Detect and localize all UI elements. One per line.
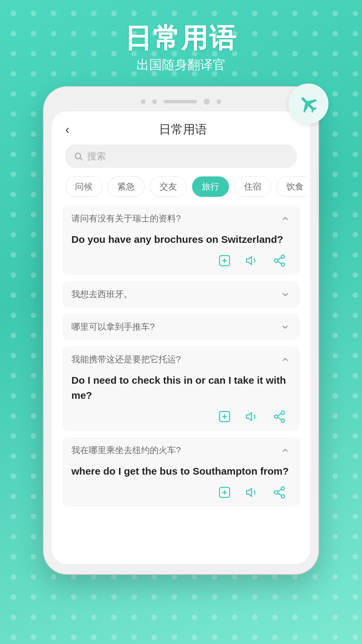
phone-dot-3	[217, 99, 221, 104]
phrase-toggle-4[interactable]	[280, 354, 291, 365]
svg-point-0	[75, 153, 81, 159]
phrase-header-4[interactable]: 我能携带这还是要把它托运?	[62, 346, 300, 373]
add-button-5[interactable]	[217, 485, 232, 500]
phrase-header-3[interactable]: 哪里可以拿到手推车?	[62, 314, 300, 340]
add-button-1[interactable]	[217, 253, 232, 268]
airplane-icon	[298, 93, 319, 115]
phrase-actions-4	[71, 409, 291, 424]
svg-point-26	[281, 495, 285, 498]
phrase-item-3: 哪里可以拿到手推车?	[62, 314, 300, 340]
phrase-chinese-5: 我在哪里乘坐去纽约的火车?	[71, 444, 181, 456]
svg-point-25	[275, 491, 278, 494]
phrase-english-5: where do I get the bus to Southampton fr…	[71, 464, 291, 479]
phrase-header-5[interactable]: 我在哪里乘坐去纽约的火车?	[62, 437, 300, 464]
phrase-item-5: 我在哪里乘坐去纽约的火车? where do I get the bus to …	[62, 437, 300, 507]
phrase-english-4: Do I need to check this in or can I take…	[71, 373, 291, 403]
tab-social[interactable]: 交友	[150, 176, 187, 197]
svg-line-19	[278, 414, 281, 416]
phrase-chinese-4: 我能携带这还是要把它托运?	[71, 354, 181, 365]
svg-line-27	[278, 493, 281, 496]
sound-button-1[interactable]	[244, 253, 260, 268]
phrase-english-1: Do you have any brochures on Switzerland…	[71, 232, 291, 247]
phrase-header-2[interactable]: 我想去西班牙。	[62, 281, 300, 308]
phrase-toggle-1[interactable]	[280, 213, 291, 224]
svg-point-7	[275, 259, 278, 262]
phrase-toggle-5[interactable]	[280, 445, 291, 456]
phrase-actions-5	[71, 485, 291, 500]
search-placeholder: 搜索	[87, 150, 106, 163]
svg-line-28	[278, 489, 281, 492]
back-button[interactable]: ‹	[65, 123, 69, 137]
phone-speaker	[164, 100, 197, 103]
phrase-toggle-3[interactable]	[280, 322, 291, 332]
phrase-body-4: Do I need to check this in or can I take…	[62, 373, 300, 431]
phone-mockup: ‹ 日常用语 搜索 问候 紧急 交友 旅行 住宿 饮食	[44, 87, 318, 574]
svg-line-18	[278, 418, 281, 420]
phrase-chinese-1: 请问有没有关于瑞士的资料?	[71, 213, 181, 224]
phrase-actions-1	[71, 253, 291, 268]
phrase-body-1: Do you have any brochures on Switzerland…	[62, 232, 300, 275]
add-button-4[interactable]	[217, 409, 232, 424]
phrase-chinese-3: 哪里可以拿到手推车?	[71, 321, 155, 333]
app-subtitle: 出国随身翻译官	[0, 56, 362, 73]
travel-badge	[288, 84, 328, 124]
tab-travel[interactable]: 旅行	[192, 176, 229, 197]
phrase-list: 请问有没有关于瑞士的资料? Do you have any brochures …	[52, 205, 310, 507]
svg-point-8	[281, 263, 285, 266]
phrase-item-1: 请问有没有关于瑞士的资料? Do you have any brochures …	[62, 205, 300, 275]
svg-point-15	[281, 411, 285, 414]
search-bar[interactable]: 搜索	[65, 145, 297, 168]
svg-point-6	[281, 255, 285, 258]
svg-marker-23	[246, 488, 251, 496]
share-button-5[interactable]	[272, 485, 287, 500]
tab-food[interactable]: 饮食	[277, 176, 310, 197]
phone-screen: ‹ 日常用语 搜索 问候 紧急 交友 旅行 住宿 饮食	[52, 111, 310, 564]
app-title: 日常用语	[0, 23, 362, 53]
screen-title: 日常用语	[69, 121, 297, 138]
phrase-header-1[interactable]: 请问有没有关于瑞士的资料?	[62, 205, 300, 232]
phrase-item-4: 我能携带这还是要把它托运? Do I need to check this in…	[62, 346, 300, 431]
phone-top-bar	[52, 97, 310, 106]
phrase-chinese-2: 我想去西班牙。	[71, 288, 132, 300]
phrase-body-5: where do I get the bus to Southampton fr…	[62, 464, 300, 507]
sound-button-4[interactable]	[244, 409, 260, 424]
screen-nav: ‹ 日常用语	[52, 111, 310, 145]
phrase-item-2: 我想去西班牙。	[62, 281, 300, 308]
tab-greet[interactable]: 问候	[65, 176, 102, 197]
svg-point-16	[275, 415, 278, 418]
category-tabs: 问候 紧急 交友 旅行 住宿 饮食	[52, 176, 310, 205]
phrase-toggle-2[interactable]	[280, 289, 291, 300]
share-button-1[interactable]	[272, 253, 287, 268]
tab-lodging[interactable]: 住宿	[234, 176, 271, 197]
phone-dot-2	[152, 99, 157, 104]
svg-point-24	[281, 487, 285, 490]
svg-line-1	[80, 158, 82, 160]
phone-camera	[204, 99, 210, 105]
phone-dot-1	[141, 99, 145, 104]
phone-container: ‹ 日常用语 搜索 问候 紧急 交友 旅行 住宿 饮食	[44, 87, 318, 574]
app-header: 日常用语 出国随身翻译官	[0, 0, 362, 87]
search-icon	[74, 152, 83, 161]
svg-marker-5	[246, 257, 251, 264]
sound-button-5[interactable]	[244, 485, 260, 500]
svg-point-17	[281, 419, 285, 422]
tab-emergency[interactable]: 紧急	[108, 176, 144, 197]
svg-line-10	[278, 258, 281, 260]
svg-marker-14	[246, 413, 251, 420]
share-button-4[interactable]	[272, 409, 287, 424]
svg-line-9	[278, 262, 281, 264]
